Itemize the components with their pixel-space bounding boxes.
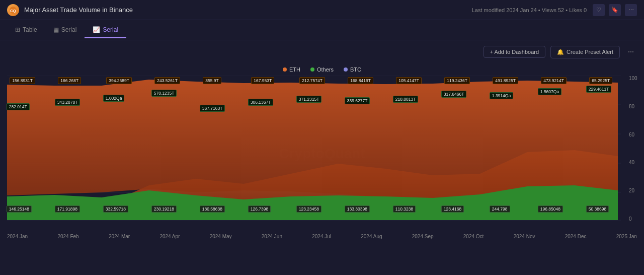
bookmark-icon[interactable]: 🔖 xyxy=(609,4,621,16)
btc-label-1: 171.91898 xyxy=(55,205,80,213)
y-label-40: 40 xyxy=(629,160,644,165)
others-label-7: 339.6277T xyxy=(345,97,370,104)
eth-label-1: 166.268T xyxy=(58,77,81,84)
y-axis: 100 80 60 40 20 0 xyxy=(629,76,644,222)
eth-label-7: 168.8419T xyxy=(348,77,373,84)
create-alert-button[interactable]: 🔔 Create Preset Alert xyxy=(550,46,620,58)
others-label-9: 317.6466T xyxy=(441,91,467,98)
logo: CQ xyxy=(7,4,19,16)
eth-label-11: 473.9214T xyxy=(541,77,567,84)
btc-label-3: 230.19218 xyxy=(151,205,177,213)
tab-table[interactable]: ⊞ Table xyxy=(7,22,45,38)
eth-label-3: 243.5261T xyxy=(154,77,180,84)
y-label-0: 0 xyxy=(629,216,644,222)
x-label-nov24: 2024 Nov xyxy=(514,234,535,239)
eth-label-0: 156.8931T xyxy=(10,77,35,84)
btc-label-8: 110.3238 xyxy=(393,205,416,213)
btc-label-12: 50.38698 xyxy=(586,205,609,213)
others-label-6: 371.2315T xyxy=(296,96,322,103)
eth-dot xyxy=(283,67,287,72)
bar-icon: ▦ xyxy=(53,26,59,33)
x-label-may24: 2024 May xyxy=(210,234,232,239)
tab-serial-1[interactable]: ▦ Serial xyxy=(45,22,85,38)
x-label-oct24: 2024 Oct xyxy=(463,234,484,239)
eth-label-6: 212.7574T xyxy=(299,77,325,84)
btc-label-9: 123.4168 xyxy=(441,205,464,213)
svg-text:CQ: CQ xyxy=(10,9,16,13)
btc-label-7: 133.30398 xyxy=(345,205,370,213)
add-dashboard-button[interactable]: + Add to Dashboard xyxy=(484,46,546,58)
others-dot xyxy=(310,67,314,72)
others-label-11: 1.5607Qa xyxy=(538,88,561,95)
others-label-3: 570.1235T xyxy=(151,90,177,97)
bell-icon: 🔔 xyxy=(557,49,564,55)
tab-serial-2[interactable]: 📈 Serial xyxy=(85,22,126,38)
eth-label-9: 119.2436T xyxy=(444,77,470,84)
header: CQ Major Asset Trade Volume in Binance L… xyxy=(0,0,644,20)
btc-label-6: 123.23458 xyxy=(296,205,321,213)
x-label-mar24: 2024 Mar xyxy=(109,234,130,239)
more-options-button[interactable]: ⋯ xyxy=(625,46,637,58)
heart-icon[interactable]: ♡ xyxy=(593,4,605,16)
header-right: Last modified 2024 Jan 24 • Views 52 • L… xyxy=(472,4,637,16)
eth-label-12: 65.2925T xyxy=(589,77,612,84)
btc-label-2: 332.59718 xyxy=(103,205,128,213)
others-label-4: 367.7163T xyxy=(200,105,225,112)
btc-label-5: 126.7398 xyxy=(248,205,271,213)
eth-label-8: 105.4147T xyxy=(396,77,422,84)
btc-label-0: 146.25148 xyxy=(7,205,32,213)
toolbar: + Add to Dashboard 🔔 Create Preset Alert… xyxy=(0,40,644,63)
btc-label-10: 244.798 xyxy=(490,205,510,213)
others-label-0: 282.014T xyxy=(7,103,30,110)
legend-eth: ETH xyxy=(283,66,300,73)
header-left: CQ Major Asset Trade Volume in Binance xyxy=(7,4,133,16)
y-label-20: 20 xyxy=(629,188,644,193)
line-icon: 📈 xyxy=(93,26,100,33)
more-icon[interactable]: ⋯ xyxy=(625,4,637,16)
x-label-aug24: 2024 Aug xyxy=(361,234,382,239)
others-label-2: 1.002Qa xyxy=(103,95,125,102)
table-icon: ⊞ xyxy=(15,26,20,33)
chart-legend: ETH Others BTC xyxy=(0,63,644,76)
y-label-60: 60 xyxy=(629,132,644,138)
x-label-sep24: 2024 Sep xyxy=(412,234,434,239)
tabs-bar: ⊞ Table ▦ Serial 📈 Serial xyxy=(0,20,644,40)
x-label-dec24: 2024 Dec xyxy=(565,234,587,239)
legend-others: Others xyxy=(310,66,334,73)
btc-label-11: 196.85048 xyxy=(538,205,563,213)
btc-dot xyxy=(344,67,348,72)
others-label-12: 229.4611T xyxy=(586,86,612,93)
eth-label-5: 167.953T xyxy=(251,77,274,84)
x-label-jul24: 2024 Jul xyxy=(312,234,331,239)
others-label-10: 1.3914Qa xyxy=(490,92,513,99)
others-label-5: 306.1367T xyxy=(248,99,274,106)
x-axis: 2024 Jan 2024 Feb 2024 Mar 2024 Apr 2024… xyxy=(0,232,644,239)
page-title: Major Asset Trade Volume in Binance xyxy=(24,6,133,14)
y-label-100: 100 xyxy=(629,76,644,81)
eth-label-10: 491.8925T xyxy=(493,77,518,84)
x-label-feb24: 2024 Feb xyxy=(57,234,78,239)
x-label-jun24: 2024 Jun xyxy=(262,234,282,239)
header-icons: ♡ 🔖 ⋯ xyxy=(593,4,637,16)
chart-area: CryptoQuant xyxy=(0,76,644,232)
x-label-jan25: 2025 Jan xyxy=(616,234,637,239)
eth-label-2: 394.2689T xyxy=(106,77,132,84)
eth-label-4: 355.9T xyxy=(203,77,221,84)
btc-label-4: 180.58638 xyxy=(200,205,225,213)
x-label-apr24: 2024 Apr xyxy=(159,234,180,239)
legend-btc: BTC xyxy=(344,66,361,73)
x-label-jan24: 2024 Jan xyxy=(7,234,28,239)
others-label-8: 218.8013T xyxy=(393,96,419,103)
y-label-80: 80 xyxy=(629,104,644,109)
meta-info: Last modified 2024 Jan 24 • Views 52 • L… xyxy=(472,7,587,13)
others-label-1: 343.2878T xyxy=(55,99,80,106)
